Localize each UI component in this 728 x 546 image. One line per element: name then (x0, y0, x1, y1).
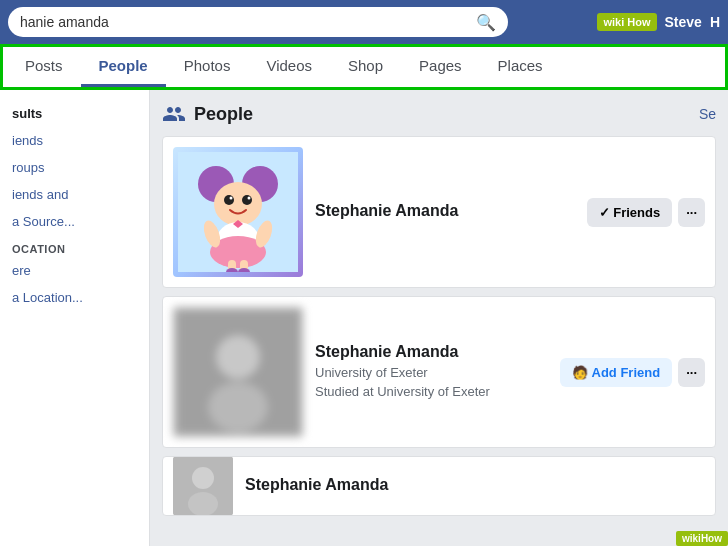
see-all-link[interactable]: Se (699, 106, 716, 122)
blurred-avatar-3 (173, 456, 233, 516)
svg-point-7 (248, 197, 251, 200)
tab-shop[interactable]: Shop (330, 47, 401, 87)
svg-point-21 (188, 492, 218, 516)
people-section-icon (162, 102, 186, 126)
sidebar-item-friends-and[interactable]: iends and (0, 181, 149, 208)
person-avatar-3 (173, 456, 233, 516)
more-button-1[interactable]: ··· (678, 198, 705, 227)
svg-point-6 (230, 197, 233, 200)
wikihow-badge: wiki How (597, 13, 656, 31)
sidebar: sults iends roups iends and a Source... … (0, 90, 150, 546)
search-input[interactable] (20, 14, 468, 30)
person-info-2: Stephanie Amanda University of Exeter St… (315, 343, 548, 400)
friends-button-1[interactable]: ✓ Friends (587, 198, 673, 227)
person-actions-1: ✓ Friends ··· (587, 198, 705, 227)
tab-posts[interactable]: Posts (7, 47, 81, 87)
svg-point-20 (192, 467, 214, 489)
main-layout: sults iends roups iends and a Source... … (0, 90, 728, 546)
wikihow-watermark: wikiHow (676, 531, 728, 546)
more-button-2[interactable]: ··· (678, 358, 705, 387)
top-bar-right: wiki How Steve H (597, 13, 720, 31)
people-section-title: People (162, 102, 253, 126)
person-name-2: Stephanie Amanda (315, 343, 548, 361)
sidebar-item-groups[interactable]: roups (0, 154, 149, 181)
person-card-3: Stephanie Amanda (162, 456, 716, 516)
sidebar-item-friends[interactable]: iends (0, 127, 149, 154)
filter-tabs-bar: Posts People Photos Videos Shop Pages Pl… (0, 44, 728, 90)
svg-point-5 (242, 195, 252, 205)
person-detail-university-2: University of Exeter (315, 364, 548, 382)
person-card-1: Stephanie Amanda ✓ Friends ··· (162, 136, 716, 288)
tab-photos[interactable]: Photos (166, 47, 249, 87)
svg-point-3 (214, 182, 262, 226)
top-bar: 🔍 wiki How Steve H (0, 0, 728, 44)
person-detail-studied-2: Studied at University of Exeter (315, 383, 548, 401)
sidebar-item-source[interactable]: a Source... (0, 208, 149, 235)
sidebar-item-groups-label: roups (12, 160, 45, 175)
tab-pages[interactable]: Pages (401, 47, 480, 87)
wikihow-label: wiki How (603, 16, 650, 28)
person-name-3: Stephanie Amanda (245, 476, 705, 494)
add-friend-button-2[interactable]: 🧑 Add Friend (560, 358, 672, 387)
tab-videos[interactable]: Videos (248, 47, 330, 87)
nav-h: H (710, 14, 720, 30)
sidebar-item-friends-and-label: iends and (12, 187, 68, 202)
person-avatar-2 (173, 307, 303, 437)
doll-illustration (178, 152, 298, 272)
people-section-header: People Se (162, 102, 716, 126)
blurred-avatar-2 (178, 312, 298, 432)
person-name-1: Stephanie Amanda (315, 202, 575, 220)
tab-places[interactable]: Places (480, 47, 561, 87)
sidebar-item-here[interactable]: ere (0, 257, 149, 284)
search-box[interactable]: 🔍 (8, 7, 508, 37)
svg-point-17 (216, 335, 260, 379)
person-actions-2: 🧑 Add Friend ··· (560, 358, 705, 387)
people-title-text: People (194, 104, 253, 125)
person-info-3: Stephanie Amanda (245, 476, 705, 497)
sidebar-location-section: OCATION (0, 235, 149, 257)
sidebar-item-location[interactable]: a Location... (0, 284, 149, 311)
svg-point-18 (208, 382, 268, 432)
content-area: People Se (150, 90, 728, 546)
sidebar-here-label: ere (12, 263, 31, 278)
user-name: Steve (665, 14, 702, 30)
sidebar-source-label: a Source... (12, 214, 75, 229)
person-card-2: Stephanie Amanda University of Exeter St… (162, 296, 716, 448)
sidebar-results-label: sults (0, 100, 149, 127)
person-info-1: Stephanie Amanda (315, 202, 575, 223)
sidebar-item-friends-label: iends (12, 133, 43, 148)
person-avatar-1 (173, 147, 303, 277)
tab-people[interactable]: People (81, 47, 166, 87)
sidebar-location-label: a Location... (12, 290, 83, 305)
search-icon[interactable]: 🔍 (476, 13, 496, 32)
svg-point-4 (224, 195, 234, 205)
